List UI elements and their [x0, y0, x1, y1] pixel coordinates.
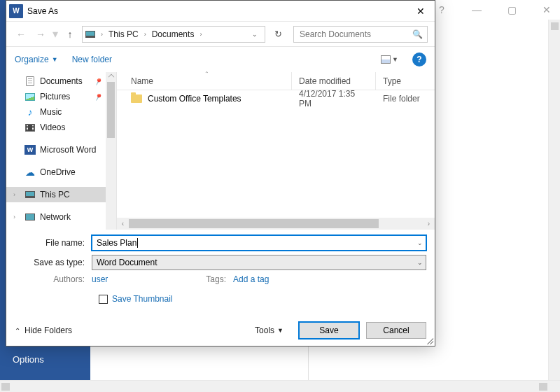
word-app-icon: W — [9, 4, 23, 18]
tree-item-videos[interactable]: Videos — [6, 120, 116, 135]
resize-grip[interactable] — [425, 336, 433, 344]
tags-label: Tags: — [206, 274, 233, 284]
document-icon — [26, 76, 34, 86]
refresh-button[interactable]: ↻ — [270, 26, 286, 43]
tree-label: Documents — [40, 76, 83, 86]
scroll-left-icon[interactable]: ‹ — [117, 220, 129, 227]
dialog-titlebar: W Save As ✕ — [6, 1, 435, 22]
chevron-right-icon: › — [143, 31, 148, 38]
tree-item-this-pc[interactable]: › This PC — [6, 187, 116, 202]
help-button[interactable]: ? — [412, 52, 426, 66]
chevron-right-icon: › — [99, 31, 104, 38]
view-menu[interactable]: ▼ — [381, 55, 398, 64]
chevron-down-icon: ▼ — [52, 56, 58, 63]
tree-item-documents[interactable]: Documents 📍 — [6, 74, 116, 89]
save-thumbnail-label: Save Thumbnail — [112, 294, 173, 304]
nav-back-button[interactable]: ← — [13, 27, 29, 42]
cloud-icon: ☁ — [24, 167, 36, 178]
tree-label: Microsoft Word — [40, 145, 96, 155]
breadcrumb-documents[interactable]: Documents — [149, 29, 197, 39]
dialog-body: Documents 📍 Pictures 📍 ♪ Music Videos W … — [6, 72, 435, 230]
address-bar[interactable]: › This PC › Documents › ⌄ — [82, 26, 265, 43]
bg-scrollbar-horizontal[interactable] — [0, 380, 560, 392]
column-date[interactable]: Date modified — [292, 72, 376, 90]
tree-item-music[interactable]: ♪ Music — [6, 104, 116, 120]
scroll-right-icon[interactable]: › — [423, 220, 435, 227]
nav-forward-button[interactable]: → — [33, 27, 48, 42]
pc-icon — [85, 31, 95, 38]
tree-item-pictures[interactable]: Pictures 📍 — [6, 89, 116, 104]
save-as-dialog: W Save As ✕ ← → ▾ ↑ › This PC › Document… — [6, 0, 435, 346]
authors-value[interactable]: user — [92, 274, 108, 284]
authors-label: Authors: — [15, 274, 92, 284]
dialog-toolbar: Organize ▼ New folder ▼ ? — [6, 47, 435, 72]
tree-item-onedrive[interactable]: ☁ OneDrive — [6, 164, 116, 180]
tree-label: Network — [40, 212, 71, 222]
dialog-close-button[interactable]: ✕ — [407, 6, 435, 17]
file-row[interactable]: Custom Office Templates 4/12/2017 1:35 P… — [117, 90, 435, 107]
pin-icon: 📍 — [92, 76, 104, 87]
address-dropdown-icon[interactable]: ⌄ — [248, 31, 262, 38]
videos-icon — [25, 124, 35, 132]
file-list-pane: ⌃ Name Date modified Type Custom Office … — [117, 72, 435, 230]
save-type-label: Save as type: — [15, 258, 92, 267]
search-input[interactable] — [298, 29, 412, 40]
tree-label: Videos — [40, 122, 65, 132]
column-name[interactable]: ⌃ Name — [117, 72, 292, 90]
expand-icon[interactable]: › — [13, 191, 15, 198]
file-list: Custom Office Templates 4/12/2017 1:35 P… — [117, 90, 435, 218]
file-list-scrollbar[interactable]: ‹ › — [117, 218, 435, 230]
chevron-down-icon: ▼ — [277, 327, 284, 334]
sort-indicator-icon: ⌃ — [204, 71, 209, 77]
expand-icon[interactable]: › — [13, 214, 15, 220]
file-date: 4/12/2017 1:35 PM — [292, 90, 376, 108]
tools-menu[interactable]: Tools ▼ — [255, 326, 284, 335]
word-icon: W — [24, 145, 36, 155]
pc-icon — [25, 191, 35, 198]
chevron-down-icon: ▼ — [392, 56, 398, 63]
search-box[interactable]: 🔍 — [293, 26, 428, 43]
bg-close-icon[interactable]: ✕ — [536, 4, 557, 15]
tree-label: This PC — [40, 190, 70, 200]
tree-scrollbar[interactable] — [106, 72, 116, 230]
organize-label: Organize — [15, 55, 49, 64]
nav-up-button[interactable]: ↑ — [62, 27, 78, 42]
dialog-actions: ⌃ Hide Folders Tools ▼ Save Cancel — [6, 315, 435, 346]
save-thumbnail-checkbox[interactable] — [99, 295, 108, 304]
bg-maximize-icon[interactable]: ▢ — [501, 4, 522, 15]
folder-icon — [131, 94, 142, 103]
tags-value[interactable]: Add a tag — [233, 274, 269, 284]
new-folder-button[interactable]: New folder — [72, 55, 112, 64]
view-icon — [381, 55, 391, 64]
column-type[interactable]: Type — [376, 72, 435, 90]
file-name: Custom Office Templates — [148, 94, 241, 104]
music-icon: ♪ — [24, 106, 36, 118]
save-type-select[interactable]: Word Document ⌄ — [92, 255, 426, 270]
tree-item-word[interactable]: W Microsoft Word — [6, 142, 116, 158]
organize-menu[interactable]: Organize ▼ — [15, 55, 58, 64]
search-icon: 🔍 — [412, 29, 423, 39]
tree-label: Pictures — [40, 92, 70, 102]
bg-minimize-icon[interactable]: — — [466, 4, 487, 15]
chevron-down-icon[interactable]: ⌄ — [417, 239, 423, 246]
column-headers: ⌃ Name Date modified Type — [117, 72, 435, 90]
save-form: File name: Sales Plan ⌄ Save as type: Wo… — [6, 230, 435, 315]
file-name-input[interactable]: Sales Plan ⌄ — [92, 235, 426, 251]
tree-item-network[interactable]: › Network — [6, 209, 116, 225]
dialog-title: Save As — [27, 6, 407, 16]
pictures-icon — [25, 93, 35, 101]
pin-icon: 📍 — [92, 91, 104, 102]
chevron-right-icon: › — [198, 31, 203, 38]
folder-tree: Documents 📍 Pictures 📍 ♪ Music Videos W … — [6, 72, 117, 230]
save-button[interactable]: Save — [299, 322, 359, 339]
bg-scrollbar-vertical[interactable] — [548, 20, 560, 380]
cancel-button[interactable]: Cancel — [366, 322, 426, 339]
network-icon — [25, 214, 35, 220]
breadcrumb-this-pc[interactable]: This PC — [106, 29, 141, 39]
hide-folders-button[interactable]: ⌃ Hide Folders — [15, 326, 72, 335]
bg-sidebar-options[interactable]: Options — [0, 347, 90, 372]
dialog-nav-bar: ← → ▾ ↑ › This PC › Documents › ⌄ ↻ 🔍 — [6, 22, 435, 47]
chevron-down-icon[interactable]: ⌄ — [417, 259, 423, 266]
file-name-label: File name: — [15, 238, 92, 248]
tree-label: OneDrive — [40, 167, 76, 177]
